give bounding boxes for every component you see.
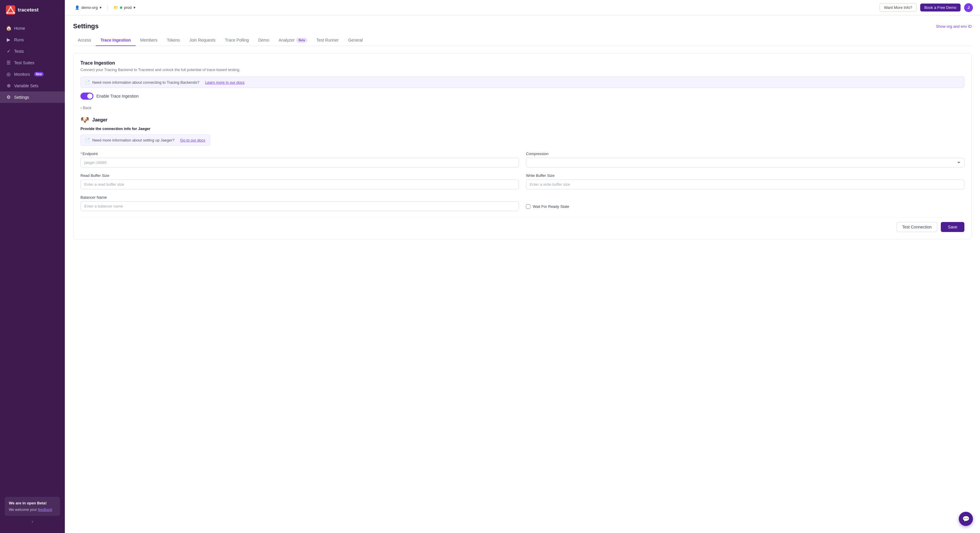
chat-bubble[interactable]: 💬 — [959, 512, 973, 526]
connection-label: Provide the connection info for Jaeger — [80, 126, 964, 131]
header-left: 👤 demo-org ▾ | 📁 prod ▾ — [72, 4, 138, 11]
logo-text: tracetest — [18, 7, 38, 13]
jaeger-info-icon: 📄 — [85, 138, 90, 142]
svg-point-4 — [6, 13, 8, 14]
info-icon: 📄 — [85, 80, 90, 85]
sidebar-item-label: Runs — [14, 37, 24, 42]
endpoint-required-marker: * — [80, 152, 82, 156]
tracing-info-box: 📄 Need more information about connecting… — [80, 77, 964, 88]
page-title: Settings — [73, 22, 99, 30]
wait-ready-label: Wait For Ready State — [533, 204, 569, 209]
tab-demo-label: Demo — [258, 38, 269, 43]
page-header: Settings Show org and env ID — [73, 22, 972, 30]
content-area: Settings Show org and env ID Access Trac… — [65, 15, 980, 533]
tab-general-label: General — [348, 38, 363, 43]
sidebar-collapse-button[interactable]: ‹ — [5, 516, 60, 528]
sidebar-item-label: Test Suites — [14, 61, 34, 65]
tab-demo[interactable]: Demo — [253, 35, 274, 46]
org-selector[interactable]: 👤 demo-org ▾ — [72, 4, 105, 11]
sidebar-item-home[interactable]: 🏠 Home — [0, 22, 65, 34]
jaeger-header: 🐶 Jaeger — [80, 116, 964, 124]
write-buffer-input[interactable] — [526, 180, 964, 189]
sidebar-item-variable-sets[interactable]: ⊕ Variable Sets — [0, 80, 65, 91]
wait-ready-checkbox[interactable] — [526, 204, 530, 209]
monitors-new-badge: New — [34, 72, 44, 77]
logo-icon — [6, 5, 15, 15]
back-button[interactable]: ‹ Back — [80, 105, 964, 110]
sidebar-item-tests[interactable]: ✓ Tests — [0, 45, 65, 57]
jaeger-info-box: 📄 Need more information about setting up… — [80, 134, 210, 146]
tab-trace-ingestion[interactable]: Trace Ingestion — [96, 35, 135, 46]
save-button[interactable]: Save — [941, 222, 964, 232]
sidebar: tracetest 🏠 Home ▶ Runs ✓ Tests ☰ Test S… — [0, 0, 65, 533]
sidebar-item-label: Tests — [14, 49, 24, 54]
tab-members[interactable]: Members — [135, 35, 162, 46]
book-free-demo-button[interactable]: Book a Free Demo — [920, 3, 961, 11]
svg-point-2 — [10, 6, 11, 8]
monitors-icon: ◎ — [6, 71, 11, 77]
sidebar-item-label: Monitors — [14, 72, 30, 77]
env-name: prod — [124, 5, 132, 10]
compression-select[interactable]: gzip none — [526, 158, 964, 168]
tab-tokens[interactable]: Tokens — [162, 35, 185, 46]
sidebar-bottom: We are in open Beta! We welcome your fee… — [0, 492, 65, 533]
show-org-env-link[interactable]: Show org and env ID — [936, 24, 972, 29]
connection-form: *Endpoint Compression gzip none Read Buf… — [80, 152, 964, 189]
write-buffer-label: Write Buffer Size — [526, 173, 964, 178]
settings-tabs: Access Trace Ingestion Members Tokens Jo… — [73, 35, 972, 46]
enable-trace-ingestion-row: Enable Trace Ingestion — [80, 93, 964, 100]
main-content: 👤 demo-org ▾ | 📁 prod ▾ Want More Info? … — [65, 0, 980, 533]
balancer-label: Balancer Name — [80, 195, 519, 199]
compression-field: Compression gzip none — [526, 152, 964, 168]
sidebar-item-label: Settings — [14, 95, 29, 100]
test-connection-button[interactable]: Test Connection — [897, 222, 937, 232]
sidebar-item-runs[interactable]: ▶ Runs — [0, 34, 65, 45]
env-chevron-icon: ▾ — [134, 5, 135, 10]
chat-icon: 💬 — [963, 515, 970, 522]
trace-ingestion-panel: Trace Ingestion Connect your Tracing Bac… — [73, 53, 972, 239]
runs-icon: ▶ — [6, 37, 11, 43]
tab-general[interactable]: General — [343, 35, 368, 46]
header-separator: | — [107, 5, 108, 10]
balancer-input[interactable] — [80, 201, 519, 211]
analyzer-beta-badge: Beta — [296, 38, 307, 43]
endpoint-input[interactable] — [80, 158, 519, 168]
header-right: Want More Info? Book a Free Demo J — [880, 3, 973, 12]
jaeger-docs-link[interactable]: Go to our docs — [180, 138, 205, 142]
settings-icon: ⚙ — [6, 94, 11, 100]
tab-analyzer[interactable]: Analyzer Beta — [274, 35, 312, 46]
tab-test-runner[interactable]: Test Runner — [312, 35, 343, 46]
tab-join-requests[interactable]: Join Requests — [185, 35, 220, 46]
tab-trace-polling[interactable]: Trace Polling — [220, 35, 253, 46]
tab-join-requests-label: Join Requests — [189, 38, 216, 43]
tab-access[interactable]: Access — [73, 35, 96, 46]
tests-icon: ✓ — [6, 48, 11, 54]
read-buffer-input[interactable] — [80, 180, 519, 189]
sidebar-item-label: Variable Sets — [14, 83, 38, 88]
beta-title: We are in open Beta! — [9, 500, 56, 506]
sidebar-item-monitors[interactable]: ◎ Monitors New — [0, 69, 65, 80]
avatar: J — [964, 3, 973, 12]
compression-label: Compression — [526, 152, 964, 156]
tab-trace-ingestion-label: Trace Ingestion — [100, 38, 131, 43]
tab-tokens-label: Tokens — [167, 38, 180, 43]
toggle-knob — [87, 93, 92, 99]
tracing-info-link[interactable]: Learn more in our docs — [205, 80, 245, 85]
back-label: Back — [83, 105, 91, 110]
tab-analyzer-label: Analyzer — [279, 38, 295, 43]
want-more-info-button[interactable]: Want More Info? — [880, 3, 916, 12]
env-selector[interactable]: 📁 prod ▾ — [110, 4, 138, 11]
test-suites-icon: ☰ — [6, 60, 11, 65]
svg-point-3 — [14, 13, 15, 14]
enable-trace-ingestion-toggle[interactable] — [80, 93, 94, 100]
panel-desc: Connect your Tracing Backend to Tracetes… — [80, 67, 964, 72]
sidebar-item-settings[interactable]: ⚙ Settings — [0, 91, 65, 103]
env-dot — [120, 6, 122, 9]
user-icon: 👤 — [75, 5, 80, 10]
tab-access-label: Access — [78, 38, 91, 43]
jaeger-title: Jaeger — [92, 117, 108, 123]
feedback-link[interactable]: feedback — [38, 507, 52, 512]
sidebar-item-test-suites[interactable]: ☰ Test Suites — [0, 57, 65, 69]
read-buffer-field: Read Buffer Size — [80, 173, 519, 189]
collapse-icon: ‹ — [32, 519, 33, 524]
